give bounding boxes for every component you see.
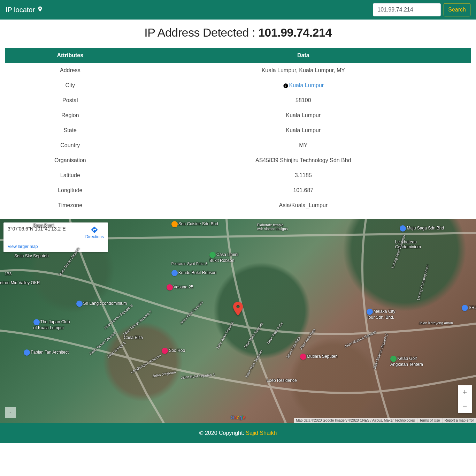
map-road-label: Jalan Sungai 2 <box>106 341 126 358</box>
map-road-label: Jalan Taman Seputeh 7 <box>122 310 152 336</box>
map-poi-label: Sri Langit condominium <box>76 301 127 307</box>
map-poi-label: Casa LiminiBukit Robson <box>209 252 238 263</box>
map-road-label: Jalan Telok Pulai <box>266 321 284 345</box>
cell-attr: Latitude <box>5 168 136 183</box>
map-poi-label: Setia Sky Seputeh <box>14 254 49 258</box>
poi-blue-icon <box>400 225 406 232</box>
table-row: Longitude101.687 <box>5 183 471 198</box>
cell-attr: Postal <box>5 93 136 108</box>
map-info-card: 3°07'06.6"N 101°41'13.2"E Directions Vie… <box>3 222 108 252</box>
view-larger-map-link[interactable]: View larger map <box>8 244 38 249</box>
footer-author-link[interactable]: Sajid Shaikh <box>246 430 277 436</box>
zoom-out-button[interactable]: − <box>458 399 472 413</box>
map-poi-label: Vasana 25 <box>167 284 193 290</box>
cell-value: Kuala Lumpur <box>136 123 471 138</box>
zoom-in-button[interactable]: + <box>458 385 472 399</box>
map-road-label: Jalan Bukit Seputeh 3 <box>181 372 215 379</box>
map-poi-label: Kelab GolfAngkatan Tentera <box>390 356 423 367</box>
map-zoom-controls: + − <box>458 385 472 413</box>
footer-copyright: © 2020 Copyright: <box>199 430 246 436</box>
table-row: StateKuala Lumpur <box>5 123 471 138</box>
cell-value: MY <box>136 138 471 153</box>
title-ip: 101.99.74.214 <box>258 26 332 39</box>
cell-attr: Region <box>5 108 136 123</box>
info-icon <box>283 83 289 89</box>
poi-blue-icon <box>462 305 468 311</box>
map-report-link[interactable]: Report a map error <box>442 418 476 423</box>
map-road-label: Jalan Kota Raja <box>299 328 316 350</box>
map-poi-label: Melaka CityTour Sdn. Bhd. <box>367 309 396 320</box>
cell-value: 101.687 <box>136 183 471 198</box>
map-road-label: Jalan Jenjarom <box>152 370 176 378</box>
map-poi-label: Elaborate templewith vibrant designs <box>257 223 288 231</box>
table-row: CityKuala Lumpur <box>5 78 471 93</box>
table-row: AddressKuala Lumpur, Kuala Lumpur, MY <box>5 63 471 78</box>
map-directions-button[interactable]: Directions <box>85 226 104 239</box>
map-road-label: Jalan Bukit Seputeh <box>243 322 264 349</box>
map-road-label: Jalan Bukit Seputeh <box>179 300 204 325</box>
location-pin-icon <box>37 6 43 14</box>
map-road-label: Jalan Kota Raja <box>285 336 301 359</box>
title-prefix: IP Address Detected : <box>144 26 258 39</box>
map-poi-label: SRJK <box>462 305 476 311</box>
map-road-label: Jalan Taman Seputeh 6 <box>103 304 133 330</box>
map-poi-label: Loeb Residence <box>267 378 297 383</box>
map-road-label: Lorong Kerayong Aman <box>416 264 430 300</box>
navbar: IP locator Search <box>0 0 476 20</box>
poi-pink-icon <box>162 348 168 354</box>
poi-pink-icon <box>167 284 173 290</box>
map-marker-icon <box>233 302 243 317</box>
map-data-attrib: Map data ©2020 Google Imagery ©2020 CNES… <box>294 418 417 423</box>
ip-info-table: Attributes Data AddressKuala Lumpur, Kua… <box>5 48 471 213</box>
cell-value: Asia/Kuala_Lumpur <box>136 198 471 213</box>
poi-green-icon <box>209 252 216 258</box>
map-poi-label: The Japan Clubof Kuala Lumpur <box>33 319 70 330</box>
table-row: OrganisationAS45839 Shinjiru Technology … <box>5 153 471 168</box>
cell-attr: Organisation <box>5 153 136 168</box>
map-poi-label: Le ChateauCondominium <box>395 240 421 249</box>
map-road-label: Jalan Bukit Seputeh <box>216 321 235 350</box>
cell-attr: Timezone <box>5 198 136 213</box>
map-road-label: Jalan Taman Seputeh <box>89 331 117 355</box>
cell-attr: Address <box>5 63 136 78</box>
th-attributes: Attributes <box>5 48 136 63</box>
table-row: Postal58100 <box>5 93 471 108</box>
map-poi-label: Kondo Bukit Robson <box>171 270 216 276</box>
map-embed[interactable]: 3°07'06.6"N 101°41'13.2"E Directions Vie… <box>0 219 476 423</box>
cell-attr: City <box>5 78 136 93</box>
scroll-to-top-button[interactable] <box>5 407 16 418</box>
map-attribution: Map data ©2020 Google Imagery ©2020 CNES… <box>294 418 476 423</box>
map-poi-label: Mutiara Seputeh <box>300 354 338 360</box>
poi-pink-icon <box>300 354 306 360</box>
nav-search-form: Search <box>373 3 470 16</box>
cell-value: Kuala Lumpur, Kuala Lumpur, MY <box>136 63 471 78</box>
map-poi-label: Soo Hoo <box>162 348 185 354</box>
map-coordinates: 3°07'06.6"N 101°41'13.2"E <box>8 226 66 232</box>
poi-blue-icon <box>367 309 373 315</box>
city-wiki-link[interactable]: Kuala Lumpur <box>289 82 324 88</box>
brand-text: IP locator <box>6 6 35 14</box>
map-road-label: Persiaran Syed Putra 5 <box>171 262 207 266</box>
poi-blue-icon <box>24 349 30 356</box>
cell-attr: Country <box>5 138 136 153</box>
search-button[interactable]: Search <box>444 3 470 16</box>
directions-label: Directions <box>85 234 104 239</box>
table-row: RegionKuala Lumpur <box>5 108 471 123</box>
map-terms-link[interactable]: Terms of Use <box>417 418 442 423</box>
cell-value: 58100 <box>136 93 471 108</box>
map-road-label: 1/86 <box>5 272 11 276</box>
cell-value: AS45839 Shinjiru Technology Sdn Bhd <box>136 153 471 168</box>
poi-blue-icon <box>76 301 83 307</box>
map-poi-label: Maju Saga Sdn Bhd <box>400 225 444 232</box>
map-poi-label: Sea Cuisine Sdn Bhd <box>171 221 218 227</box>
table-row: CountryMY <box>5 138 471 153</box>
th-data: Data <box>136 48 471 63</box>
map-poi-label: etron Mid Valley OKR <box>0 280 40 285</box>
map-poi-label: Fabian Tan Architect <box>24 349 69 356</box>
search-input[interactable] <box>373 3 441 16</box>
poi-blue-icon <box>171 270 178 276</box>
map-poi-label: Casa Elita <box>124 335 143 340</box>
cell-value: Kuala Lumpur <box>136 108 471 123</box>
brand-link[interactable]: IP locator <box>6 6 43 14</box>
cell-value: 3.1185 <box>136 168 471 183</box>
